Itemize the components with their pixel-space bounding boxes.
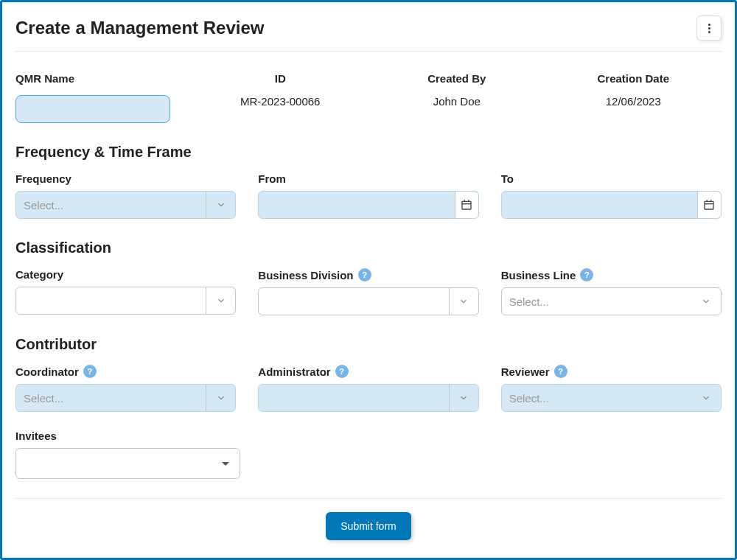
chevron-down-icon <box>691 288 721 315</box>
header: Create a Management Review <box>15 15 722 41</box>
coordinator-placeholder: Select... <box>24 392 63 405</box>
coordinator-field: Coordinator ? Select... <box>15 365 236 412</box>
business-line-label: Business Line ? <box>501 268 722 281</box>
help-icon[interactable]: ? <box>335 365 349 378</box>
calendar-icon <box>697 192 721 218</box>
invitees-label: Invitees <box>15 430 722 442</box>
contributor-row: Coordinator ? Select... Administrator ? <box>15 365 722 412</box>
from-label: From <box>258 172 478 185</box>
reviewer-placeholder: Select... <box>509 392 549 405</box>
submit-row: Submit form <box>15 512 722 540</box>
coordinator-select[interactable]: Select... <box>15 384 236 412</box>
chevron-down-icon <box>206 192 235 218</box>
id-value: MR-2023-00066 <box>240 95 320 108</box>
section-classification-title: Classification <box>15 239 722 256</box>
id-label: ID <box>275 72 286 85</box>
classification-row: Category Business Division ? Business Li… <box>15 268 722 315</box>
section-frequency-title: Frequency & Time Frame <box>15 144 722 161</box>
frequency-field: Frequency Select... <box>15 172 236 219</box>
administrator-select[interactable] <box>258 384 478 412</box>
help-icon[interactable]: ? <box>580 268 593 281</box>
caret-down-icon <box>222 462 229 466</box>
chevron-down-icon <box>206 385 235 411</box>
administrator-field: Administrator ? <box>258 365 478 412</box>
chevron-down-icon <box>449 385 478 411</box>
business-line-label-text: Business Line <box>501 269 576 281</box>
from-date-input[interactable] <box>258 191 478 219</box>
svg-rect-4 <box>705 201 713 209</box>
submit-button[interactable]: Submit form <box>326 512 411 540</box>
frequency-label: Frequency <box>15 172 236 185</box>
chevron-down-icon <box>691 385 721 411</box>
page-title: Create a Management Review <box>15 18 264 38</box>
business-line-placeholder: Select... <box>509 295 549 308</box>
created-by-label: Created By <box>427 72 486 85</box>
to-date-input[interactable] <box>501 191 722 219</box>
reviewer-label: Reviewer ? <box>501 365 722 378</box>
section-contributor-title: Contributor <box>15 336 722 353</box>
business-division-select[interactable] <box>258 287 478 315</box>
reviewer-select[interactable]: Select... <box>501 384 722 412</box>
calendar-icon <box>455 192 478 218</box>
frequency-select[interactable]: Select... <box>15 191 236 219</box>
svg-rect-0 <box>462 201 471 209</box>
kebab-icon <box>708 24 710 33</box>
frequency-placeholder: Select... <box>24 199 63 211</box>
business-line-select[interactable]: Select... <box>501 287 722 315</box>
category-field: Category <box>15 268 236 315</box>
frequency-row: Frequency Select... From To <box>15 172 722 219</box>
help-icon[interactable]: ? <box>554 365 567 378</box>
business-division-field: Business Division ? <box>258 268 478 315</box>
created-by-value: John Doe <box>433 95 481 108</box>
category-select[interactable] <box>15 287 236 315</box>
created-by-col: Created By John Doe <box>368 72 545 123</box>
reviewer-field: Reviewer ? Select... <box>501 365 722 412</box>
administrator-label-text: Administrator <box>258 365 330 378</box>
coordinator-label: Coordinator ? <box>15 365 236 378</box>
help-icon[interactable]: ? <box>358 268 371 281</box>
id-col: ID MR-2023-00066 <box>192 72 369 123</box>
qmr-name-input[interactable] <box>15 95 170 123</box>
chevron-down-icon <box>206 287 235 314</box>
form-container: Create a Management Review QMR Name ID M… <box>0 0 737 560</box>
creation-date-label: Creation Date <box>597 72 669 85</box>
business-line-field: Business Line ? Select... <box>501 268 722 315</box>
divider <box>15 498 722 499</box>
coordinator-label-text: Coordinator <box>15 365 79 378</box>
business-division-label: Business Division ? <box>258 268 478 281</box>
chevron-down-icon <box>449 288 478 315</box>
reviewer-label-text: Reviewer <box>501 365 550 378</box>
divider <box>15 51 722 52</box>
creation-date-value: 12/06/2023 <box>606 95 661 108</box>
help-icon[interactable]: ? <box>83 365 97 378</box>
info-row: QMR Name ID MR-2023-00066 Created By Joh… <box>15 72 722 123</box>
invitees-field: Invitees <box>15 430 722 479</box>
invitees-select[interactable] <box>15 448 240 479</box>
qmr-name-col: QMR Name <box>15 72 192 123</box>
creation-date-col: Creation Date 12/06/2023 <box>545 72 722 123</box>
to-label: To <box>501 172 722 185</box>
more-actions-button[interactable] <box>696 15 722 41</box>
from-field: From <box>258 172 478 219</box>
to-field: To <box>501 172 722 219</box>
business-division-label-text: Business Division <box>258 269 353 281</box>
administrator-label: Administrator ? <box>258 365 478 378</box>
qmr-name-label: QMR Name <box>15 72 74 85</box>
category-label: Category <box>15 268 236 281</box>
